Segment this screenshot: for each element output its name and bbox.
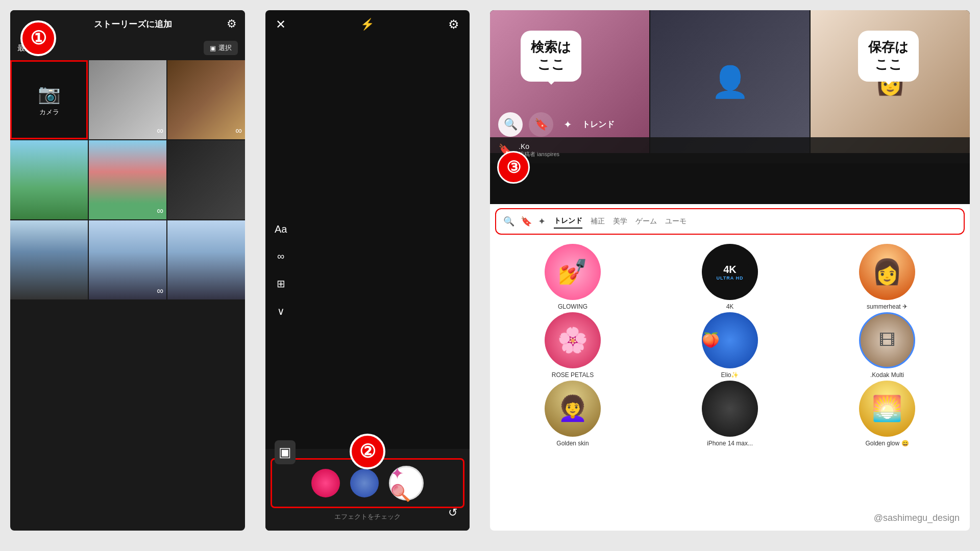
tab-trend[interactable]: トレンド [554,214,582,229]
effect-thumb-elio: 🍑 [702,312,758,368]
rotate-camera-button[interactable]: ↺ [448,506,457,519]
infinity-badge-3: ∞ [157,206,163,216]
effect-name-glowing: GLOWING [558,303,587,310]
tab-aesthetic[interactable]: 美学 [613,215,627,228]
close-icon[interactable]: ✕ [276,17,286,32]
sparkle-button[interactable]: ✦ [559,116,576,133]
bookmark-circle-button[interactable]: 🔖 [529,112,553,137]
effect-name-iphone: iPhone 14 max... [707,440,753,447]
ko-label: .Ko [519,142,559,151]
step-badge-1: ① [20,20,56,56]
effect-name-summerheat: summerheat ✈ [867,303,908,310]
panel1-title: ストーリーズに追加 [94,18,172,30]
effect-name-golden-skin: Golden skin [556,440,589,447]
infinity-badge: ∞ [157,126,163,136]
effect-check-label: エフェクトをチェック [265,512,470,521]
text-tool[interactable]: Aa [275,223,287,235]
effect-thumb-glowing: 💅 [545,244,601,300]
effect-thumb-4k: 4K ULTRA HD [702,244,758,300]
effect-name-elio: Elio✨ [721,371,739,379]
effect-summerheat[interactable]: 👩 summerheat ✈ [810,244,965,310]
photo-cherry1[interactable] [10,140,88,219]
panel3-top-row: 🔍 🔖 ✦ トレンド [490,112,970,137]
effect-name-kodak: .Kodak Multi [870,371,904,379]
step-badge-3: ③ [497,151,530,184]
effect-golden-skin[interactable]: 👩‍🦱 Golden skin [495,381,650,447]
sparkle-search-icon: ✦🔍 [390,464,422,503]
select-button[interactable]: ▣ 選択 [204,41,238,55]
filter-face[interactable] [350,469,379,497]
photo-grid: 📷 カメラ ∞ ∞ ∞ ∞ [10,60,245,299]
sparkle-icon-sm[interactable]: ✦ [538,216,546,227]
settings-icon[interactable]: ⚙ [448,17,459,32]
camera-icon: 📷 [38,83,61,105]
effect-4k[interactable]: 4K ULTRA HD 4K [652,244,807,310]
boomerang-tool[interactable]: ∞ [275,251,287,262]
photo-cherry2[interactable]: ∞ [89,140,166,219]
photo-city[interactable] [10,220,88,299]
panel2: ✕ ⚡ ⚙ Aa ∞ ⊞ ∨ Tap! ✦🔍 ↗ ✦🔍 [265,10,470,531]
step-badge-2: ② [350,434,385,469]
photo-dark[interactable] [167,140,245,219]
tab-humor[interactable]: ユーモ [665,215,687,228]
main-container: ① ストーリーズに追加 ⚙ 最近 ∨ ▣ 選択 📷 カメラ [0,0,980,551]
search-icon-sm[interactable]: 🔍 [503,216,514,227]
bookmark-icon-sm[interactable]: 🔖 [521,216,532,227]
effect-thumb-rosepetals: 🌸 [545,312,601,368]
filter-pink[interactable] [311,469,340,497]
search-circle-button[interactable]: 🔍 [498,112,523,137]
panel1: ① ストーリーズに追加 ⚙ 最近 ∨ ▣ 選択 📷 カメラ [10,10,245,531]
filter-search-button[interactable]: ✦🔍 [389,466,424,500]
panel2-left-tools: Aa ∞ ⊞ ∨ [275,223,287,317]
photo-bottles1[interactable]: ∞ [89,220,166,299]
camera-cell[interactable]: 📷 カメラ [10,60,88,139]
camera-label: カメラ [39,108,59,117]
effect-rosepetals[interactable]: 🌸 ROSE PETALS [495,312,650,379]
watermark: @sashimegu_design [874,513,960,523]
panel3-top: 👤 👩 検索は ここ 保存は ここ 🔖 .Ko 投稿者 ians [490,10,970,204]
effect-thumb-summerheat: 👩 [859,244,915,300]
effect-thumb-golden: 👩‍🦱 [545,381,601,437]
camera-toggle-button[interactable]: ▣ [275,440,296,464]
flash-off-icon[interactable]: ⚡ [360,18,374,31]
select-icon: ▣ [210,44,216,52]
photo-keyboard[interactable]: ∞ [89,60,166,139]
panel3-search-row: 🔍 🔖 ✦ トレンド 補正 美学 ゲーム ユーモ [495,208,965,235]
layout-tool[interactable]: ⊞ [275,278,287,290]
infinity-badge-4: ∞ [157,286,163,296]
panel3-ko-section: 🔖 .Ko 投稿者 ianspires [490,137,970,163]
tab-correct[interactable]: 補正 [591,215,605,228]
effect-elio[interactable]: 🍑 Elio✨ [652,312,807,379]
effect-thumb-kodak: 🎞 [859,312,915,368]
panel2-topbar: ✕ ⚡ ⚙ [265,10,470,39]
gear-icon[interactable]: ⚙ [227,17,237,31]
tab-game[interactable]: ゲーム [635,215,657,228]
effect-name-golden-glow: Golden glow 😄 [865,440,909,447]
effect-golden-glow[interactable]: 🌅 Golden glow 😄 [810,381,965,447]
chevron-tool[interactable]: ∨ [275,305,287,317]
trend-tab-label[interactable]: トレンド [582,119,615,130]
effect-name-4k: 4K [726,303,734,310]
effects-grid: 💅 GLOWING 4K ULTRA HD 4K 👩 su [490,239,970,452]
bubble-save: 保存は ここ [858,31,919,82]
photo-bottles2[interactable] [167,220,245,299]
effect-thumb-goldenglow: 🌅 [859,381,915,437]
effect-thumb-iphone [702,381,758,437]
panel3: 👤 👩 検索は ここ 保存は ここ 🔖 .Ko 投稿者 ians [490,10,970,531]
effect-iphone[interactable]: iPhone 14 max... [652,381,807,447]
effect-name-rosepetals: ROSE PETALS [552,371,594,379]
bubble-search: 検索は ここ [521,31,581,82]
effect-glowing[interactable]: 💅 GLOWING [495,244,650,310]
infinity-badge-2: ∞ [235,126,242,136]
effect-kodak[interactable]: 🎞 .Kodak Multi [810,312,965,379]
photo-desk[interactable]: ∞ [167,60,245,139]
